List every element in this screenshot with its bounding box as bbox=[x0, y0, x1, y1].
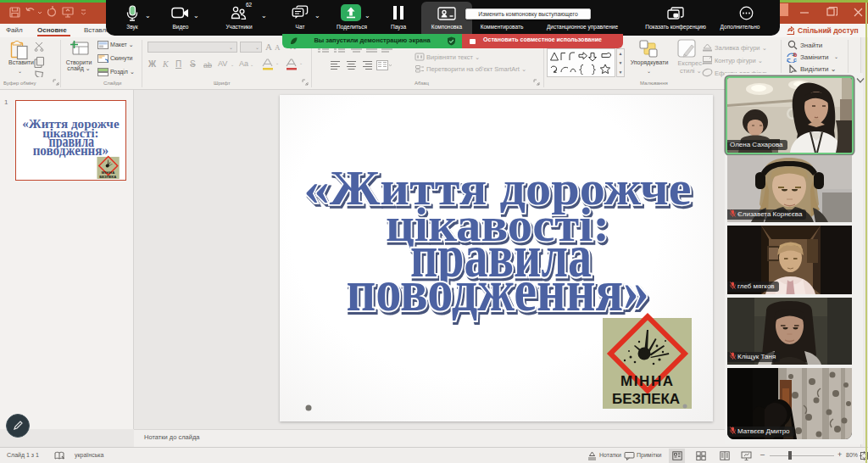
svg-text:БЕЗПЕКА: БЕЗПЕКА bbox=[99, 175, 116, 179]
svg-text:c: c bbox=[793, 57, 797, 63]
svg-text:поводження»: поводження» bbox=[33, 142, 108, 159]
svg-text:МІННА: МІННА bbox=[102, 170, 115, 175]
svg-text:поводження»: поводження» bbox=[347, 258, 649, 323]
svg-text:БЕЗПЕКА: БЕЗПЕКА bbox=[612, 391, 680, 407]
svg-text:МІННА: МІННА bbox=[620, 373, 673, 389]
